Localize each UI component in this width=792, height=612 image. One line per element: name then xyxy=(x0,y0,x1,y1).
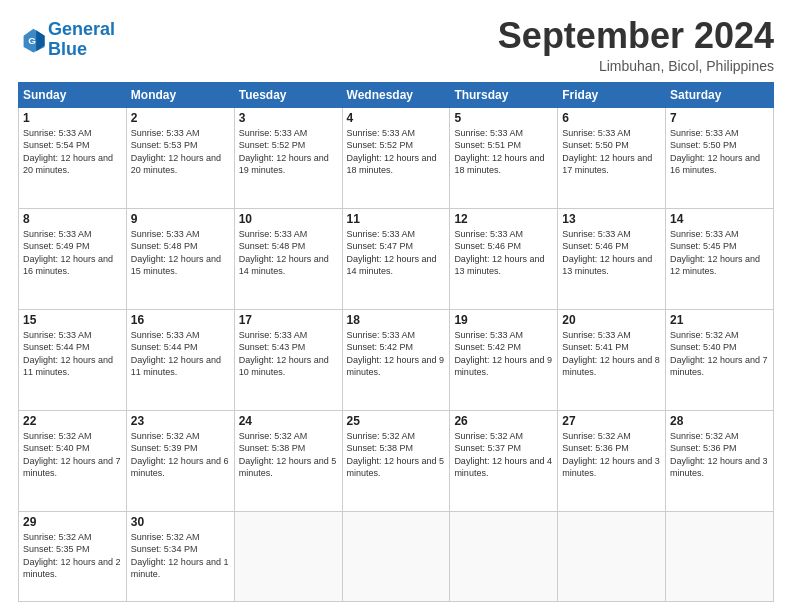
weekday-header-row: Sunday Monday Tuesday Wednesday Thursday… xyxy=(19,82,774,107)
calendar-table: Sunday Monday Tuesday Wednesday Thursday… xyxy=(18,82,774,602)
header: G General Blue September 2024 Limbuhan, … xyxy=(18,16,774,74)
day-10: 10 Sunrise: 5:33 AMSunset: 5:48 PMDaylig… xyxy=(234,208,342,309)
day-25: 25 Sunrise: 5:32 AMSunset: 5:38 PMDaylig… xyxy=(342,410,450,511)
header-thursday: Thursday xyxy=(450,82,558,107)
day-13: 13 Sunrise: 5:33 AMSunset: 5:46 PMDaylig… xyxy=(558,208,666,309)
day-26: 26 Sunrise: 5:32 AMSunset: 5:37 PMDaylig… xyxy=(450,410,558,511)
logo-text: General Blue xyxy=(48,20,115,60)
day-19: 19 Sunrise: 5:33 AMSunset: 5:42 PMDaylig… xyxy=(450,309,558,410)
day-8: 8 Sunrise: 5:33 AMSunset: 5:49 PMDayligh… xyxy=(19,208,127,309)
day-27: 27 Sunrise: 5:32 AMSunset: 5:36 PMDaylig… xyxy=(558,410,666,511)
day-17: 17 Sunrise: 5:33 AMSunset: 5:43 PMDaylig… xyxy=(234,309,342,410)
day-29: 29 Sunrise: 5:32 AMSunset: 5:35 PMDaylig… xyxy=(19,511,127,601)
day-6: 6 Sunrise: 5:33 AMSunset: 5:50 PMDayligh… xyxy=(558,107,666,208)
week-row-5: 29 Sunrise: 5:32 AMSunset: 5:35 PMDaylig… xyxy=(19,511,774,601)
week-row-4: 22 Sunrise: 5:32 AMSunset: 5:40 PMDaylig… xyxy=(19,410,774,511)
day-21: 21 Sunrise: 5:32 AMSunset: 5:40 PMDaylig… xyxy=(666,309,774,410)
day-3: 3 Sunrise: 5:33 AMSunset: 5:52 PMDayligh… xyxy=(234,107,342,208)
day-11: 11 Sunrise: 5:33 AMSunset: 5:47 PMDaylig… xyxy=(342,208,450,309)
title-block: September 2024 Limbuhan, Bicol, Philippi… xyxy=(498,16,774,74)
day-1: 1 Sunrise: 5:33 AMSunset: 5:54 PMDayligh… xyxy=(19,107,127,208)
day-30: 30 Sunrise: 5:32 AMSunset: 5:34 PMDaylig… xyxy=(126,511,234,601)
day-9: 9 Sunrise: 5:33 AMSunset: 5:48 PMDayligh… xyxy=(126,208,234,309)
location-subtitle: Limbuhan, Bicol, Philippines xyxy=(498,58,774,74)
empty-cell-2 xyxy=(342,511,450,601)
logo-icon: G xyxy=(18,26,46,54)
day-23: 23 Sunrise: 5:32 AMSunset: 5:39 PMDaylig… xyxy=(126,410,234,511)
logo: G General Blue xyxy=(18,20,115,60)
week-row-3: 15 Sunrise: 5:33 AMSunset: 5:44 PMDaylig… xyxy=(19,309,774,410)
month-title: September 2024 xyxy=(498,16,774,56)
empty-cell-4 xyxy=(558,511,666,601)
day-4: 4 Sunrise: 5:33 AMSunset: 5:52 PMDayligh… xyxy=(342,107,450,208)
week-row-1: 1 Sunrise: 5:33 AMSunset: 5:54 PMDayligh… xyxy=(19,107,774,208)
header-wednesday: Wednesday xyxy=(342,82,450,107)
svg-text:G: G xyxy=(28,35,36,46)
empty-cell-3 xyxy=(450,511,558,601)
day-28: 28 Sunrise: 5:32 AMSunset: 5:36 PMDaylig… xyxy=(666,410,774,511)
svg-marker-1 xyxy=(36,30,44,51)
header-tuesday: Tuesday xyxy=(234,82,342,107)
header-monday: Monday xyxy=(126,82,234,107)
day-7: 7 Sunrise: 5:33 AMSunset: 5:50 PMDayligh… xyxy=(666,107,774,208)
week-row-2: 8 Sunrise: 5:33 AMSunset: 5:49 PMDayligh… xyxy=(19,208,774,309)
logo-line1: General xyxy=(48,19,115,39)
header-friday: Friday xyxy=(558,82,666,107)
empty-cell-5 xyxy=(666,511,774,601)
day-12: 12 Sunrise: 5:33 AMSunset: 5:46 PMDaylig… xyxy=(450,208,558,309)
empty-cell-1 xyxy=(234,511,342,601)
header-sunday: Sunday xyxy=(19,82,127,107)
logo-line2: Blue xyxy=(48,39,87,59)
day-14: 14 Sunrise: 5:33 AMSunset: 5:45 PMDaylig… xyxy=(666,208,774,309)
day-22: 22 Sunrise: 5:32 AMSunset: 5:40 PMDaylig… xyxy=(19,410,127,511)
day-20: 20 Sunrise: 5:33 AMSunset: 5:41 PMDaylig… xyxy=(558,309,666,410)
day-24: 24 Sunrise: 5:32 AMSunset: 5:38 PMDaylig… xyxy=(234,410,342,511)
day-5: 5 Sunrise: 5:33 AMSunset: 5:51 PMDayligh… xyxy=(450,107,558,208)
page: G General Blue September 2024 Limbuhan, … xyxy=(0,0,792,612)
header-saturday: Saturday xyxy=(666,82,774,107)
day-16: 16 Sunrise: 5:33 AMSunset: 5:44 PMDaylig… xyxy=(126,309,234,410)
day-18: 18 Sunrise: 5:33 AMSunset: 5:42 PMDaylig… xyxy=(342,309,450,410)
day-2: 2 Sunrise: 5:33 AMSunset: 5:53 PMDayligh… xyxy=(126,107,234,208)
day-15: 15 Sunrise: 5:33 AMSunset: 5:44 PMDaylig… xyxy=(19,309,127,410)
